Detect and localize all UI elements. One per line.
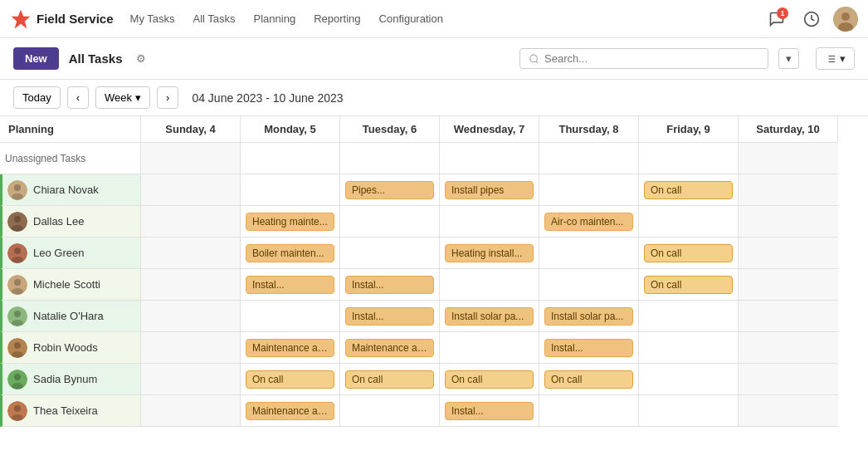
task-cell: On call <box>539 364 639 395</box>
task-cell <box>739 332 838 364</box>
person-cell[interactable]: Chiara Novak <box>0 174 141 206</box>
person-cell[interactable]: Sadia Bynum <box>0 364 141 395</box>
task-cell <box>340 238 440 269</box>
task-pill[interactable]: On call <box>644 181 733 199</box>
task-pill[interactable]: Instal... <box>544 339 633 357</box>
task-cell: Boiler mainten... <box>241 238 340 269</box>
person-avatar <box>7 401 27 421</box>
task-cell: Instal... <box>440 395 539 427</box>
task-cell: Install solar pa... <box>440 301 539 332</box>
person-cell[interactable]: Michele Scotti <box>0 269 141 301</box>
person-avatar <box>7 180 27 200</box>
col-header-planning: Planning <box>0 116 141 143</box>
svg-point-3 <box>841 12 850 21</box>
task-cell: Heating mainte... <box>241 206 340 238</box>
person-row: Sadia BynumOn callOn callOn callOn call <box>0 364 868 395</box>
person-cell[interactable]: Natalie O'Hara <box>0 301 141 332</box>
view-toggle-button[interactable]: ▾ <box>816 47 855 70</box>
task-pill[interactable]: On call <box>644 244 733 262</box>
svg-point-30 <box>12 351 23 358</box>
task-cell: On call <box>639 174 739 206</box>
col-header-sun: Sunday, 4 <box>141 116 241 143</box>
svg-line-6 <box>536 61 538 62</box>
clock-button[interactable] <box>798 6 825 32</box>
col-header-sat: Saturday, 10 <box>739 116 838 143</box>
person-row: Dallas LeeHeating mainte...Air-co mainte… <box>0 206 868 238</box>
task-pill[interactable]: Instal... <box>445 402 534 420</box>
page-title: All Tasks <box>69 51 123 66</box>
task-cell <box>141 332 241 364</box>
task-cell: Maintenance ai... <box>241 395 340 427</box>
task-cell <box>141 206 241 238</box>
task-cell <box>739 269 838 301</box>
person-cell[interactable]: Dallas Lee <box>0 206 141 238</box>
person-cell[interactable]: Thea Teixeira <box>0 395 141 427</box>
svg-point-29 <box>14 342 21 349</box>
task-pill[interactable]: Install pipes <box>445 181 534 199</box>
task-pill[interactable]: Maintenance ai... <box>246 402 334 420</box>
today-button[interactable]: Today <box>13 86 61 109</box>
task-cell <box>539 269 639 301</box>
task-pill[interactable]: Instal... <box>246 276 334 294</box>
task-cell <box>639 332 739 364</box>
task-pill[interactable]: Instal... <box>345 276 434 294</box>
person-name: Chiara Novak <box>33 184 99 196</box>
new-button[interactable]: New <box>13 47 59 70</box>
person-name: Dallas Lee <box>33 215 84 228</box>
task-pill[interactable]: Boiler mainten... <box>246 244 334 262</box>
task-pill[interactable]: Air-co mainten... <box>544 213 633 231</box>
task-pill[interactable]: Install solar pa... <box>445 307 534 326</box>
person-cell[interactable]: Leo Green <box>0 238 141 269</box>
task-pill[interactable]: Instal... <box>345 307 434 326</box>
person-avatar <box>7 370 27 389</box>
nav-my-tasks[interactable]: My Tasks <box>122 7 183 30</box>
search-dropdown-button[interactable]: ▾ <box>778 48 799 69</box>
person-name: Leo Green <box>33 247 84 259</box>
task-cell <box>440 332 539 364</box>
svg-marker-0 <box>12 9 31 28</box>
task-pill[interactable]: On call <box>544 370 633 389</box>
col-header-tue: Tuesday, 6 <box>340 116 440 143</box>
search-input[interactable] <box>544 52 759 65</box>
calendar-grid: Planning Sunday, 4 Monday, 5 Tuesday, 6 … <box>0 116 868 174</box>
svg-point-17 <box>14 216 21 223</box>
task-cell: Maintenance ai... <box>241 332 340 364</box>
task-pill[interactable]: On call <box>445 370 534 389</box>
task-pill[interactable]: Heating mainte... <box>246 213 334 231</box>
task-cell <box>539 395 639 427</box>
subheader: New All Tasks ⚙ ▾ ▾ <box>0 38 868 80</box>
settings-icon[interactable]: ⚙ <box>136 52 146 65</box>
task-cell <box>739 174 838 206</box>
task-pill[interactable]: Pipes... <box>345 181 434 199</box>
task-pill[interactable]: Install solar pa... <box>544 307 633 326</box>
nav-right: 1 <box>763 6 858 32</box>
task-pill[interactable]: Heating install... <box>445 244 534 262</box>
task-cell <box>340 395 440 427</box>
messages-button[interactable]: 1 <box>763 6 790 32</box>
task-cell <box>539 238 639 269</box>
nav-planning[interactable]: Planning <box>246 7 305 30</box>
task-cell <box>739 364 838 395</box>
svg-point-23 <box>14 279 21 286</box>
nav-configuration[interactable]: Configuration <box>371 7 451 30</box>
user-avatar[interactable] <box>833 7 858 32</box>
task-pill[interactable]: On call <box>345 370 434 389</box>
nav-reporting[interactable]: Reporting <box>305 7 368 30</box>
unassigned-fri <box>639 143 739 174</box>
prev-button[interactable]: ‹ <box>67 86 89 109</box>
task-pill[interactable]: On call <box>644 276 733 294</box>
task-cell: On call <box>639 238 739 269</box>
person-cell[interactable]: Robin Woods <box>0 332 141 364</box>
unassigned-sun <box>141 143 241 174</box>
svg-point-15 <box>12 193 23 200</box>
task-pill[interactable]: Maintenance ai... <box>246 339 334 357</box>
task-pill[interactable]: On call <box>246 370 334 389</box>
unassigned-label: Unassigned Tasks <box>0 143 141 174</box>
col-header-fri: Friday, 9 <box>639 116 739 143</box>
unassigned-wed <box>440 143 539 174</box>
week-button[interactable]: Week ▾ <box>95 86 150 109</box>
top-nav: Field Service My Tasks All Tasks Plannin… <box>0 0 868 38</box>
nav-all-tasks[interactable]: All Tasks <box>185 7 244 30</box>
task-pill[interactable]: Maintenance ai... <box>345 339 434 357</box>
next-button[interactable]: › <box>157 86 178 109</box>
